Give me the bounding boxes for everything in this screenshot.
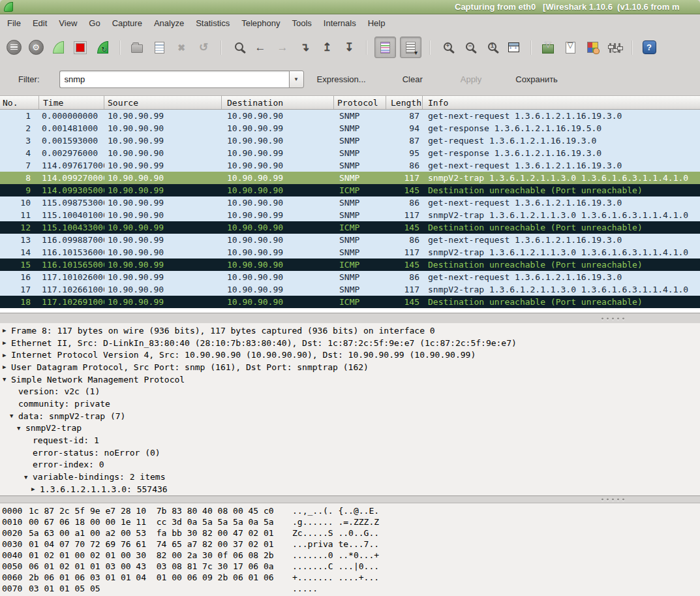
packet-row[interactable]: 10 115.098753000 10.90.90.99 10.90.90.90… [0,196,700,209]
hex-row[interactable]: 0070 03 01 01 05 05 ..... [0,583,700,594]
goto-packet-button[interactable]: ↴ [295,38,314,57]
go-forward-button[interactable]: → [273,38,292,57]
detail-tree-row[interactable]: community: private [0,398,700,410]
detail-tree-row[interactable]: request-id: 1 [0,434,700,447]
restart-capture-button[interactable]: ↻ [93,38,112,57]
tree-expander-icon[interactable]: ▼ [3,376,11,383]
menu-item-help[interactable]: Help [362,16,391,31]
tree-expander-icon[interactable]: ▶ [31,486,40,492]
packet-row[interactable]: 2 0.001481000 10.90.90.90 10.90.90.99 SN… [0,122,700,134]
packet-row[interactable]: 11 115.100401000 10.90.90.90 10.90.90.99… [0,209,700,221]
packet-row[interactable]: 15 116.101565000 10.90.90.99 10.90.90.90… [0,259,700,271]
hex-row[interactable]: 0010 00 67 06 18 00 00 1e 11 cc 3d 0a 5a… [0,516,700,527]
tree-expander-icon[interactable]: ▶ [3,352,11,358]
menu-item-file[interactable]: File [1,16,27,31]
pane-splitter-top[interactable] [0,313,700,323]
hex-row[interactable]: 0030 01 04 07 70 72 69 76 61 74 65 a7 82… [0,539,700,550]
detail-tree-row[interactable]: ▶ Frame 8: 117 bytes on wire (936 bits),… [0,324,700,337]
detail-tree-row[interactable]: ▶ Internet Protocol Version 4, Src: 10.9… [0,349,700,361]
packet-row[interactable]: 17 117.102661000 10.90.90.90 10.90.90.99… [0,283,700,296]
hex-row[interactable]: 0000 1c 87 2c 5f 9e e7 28 10 7b 83 80 40… [0,505,700,516]
tree-expander-icon[interactable]: ▼ [17,425,25,431]
hex-row[interactable]: 0020 5a 63 00 a1 00 a2 00 53 fa bb 30 82… [0,527,700,539]
zoom-out-button[interactable]: − [459,38,479,57]
menu-item-go[interactable]: Go [83,16,106,31]
zoom-100-button[interactable]: 1 [481,38,501,57]
detail-tree-row[interactable]: ▶ User Datagram Protocol, Src Port: snmp… [0,361,700,373]
menu-item-capture[interactable]: Capture [106,16,148,31]
autoscroll-toggle-button[interactable] [400,37,421,58]
coloring-rules-button[interactable] [583,38,602,57]
detail-tree-row[interactable]: ▼ snmpV2-trap [0,422,700,435]
detail-tree-row[interactable]: ▶ Ethernet II, Src: D-LinkIn_83:80:40 (2… [0,337,700,349]
packet-row[interactable]: 1 0.000000000 10.90.90.99 10.90.90.90 SN… [0,110,700,122]
column-header[interactable]: Time [39,96,104,109]
column-header[interactable]: Protocol [334,96,386,109]
capture-options-button[interactable]: ⚙ [26,38,46,57]
close-file-button[interactable]: ✖ [172,38,191,57]
find-packet-button[interactable] [228,38,248,57]
menu-item-view[interactable]: View [53,16,83,31]
column-header[interactable]: Destination [222,96,334,109]
detail-tree-row[interactable]: version: v2c (1) [0,385,700,398]
reload-button[interactable]: ↺ [194,38,213,57]
go-to-top-button[interactable]: ↥ [317,38,337,57]
packet-row[interactable]: 7 114.097617000 10.90.90.99 10.90.90.90 … [0,159,700,172]
pane-splitter-bottom[interactable] [0,495,700,503]
detail-tree-row[interactable]: error-index: 0 [0,459,700,471]
hex-row[interactable]: 0050 06 01 02 01 01 03 00 43 03 08 81 7c… [0,561,700,572]
tree-expander-icon[interactable]: ▼ [10,413,18,419]
start-capture-button[interactable] [48,38,68,57]
save-filter-button[interactable]: Сохранить [511,72,562,87]
packet-row[interactable]: 13 116.099887000 10.90.90.99 10.90.90.90… [0,234,700,246]
help-button[interactable]: ? [639,38,659,57]
resize-columns-button[interactable] [504,38,523,57]
column-header[interactable]: Length [386,96,423,109]
packet-row[interactable]: 4 0.002976000 10.90.90.90 10.90.90.99 SN… [0,147,700,159]
packet-row[interactable]: 14 116.101536000 10.90.90.90 10.90.90.99… [0,246,700,259]
zoom-in-button[interactable]: + [437,38,457,57]
column-header[interactable]: Info [423,96,700,109]
detail-tree-row[interactable]: ▶ 1.3.6.1.2.1.1.3.0: 557436 [0,483,700,495]
save-file-button[interactable] [149,38,169,57]
detail-tree-row[interactable]: ▼ data: snmpV2-trap (7) [0,410,700,422]
display-filter-input[interactable] [59,71,289,88]
filter-history-dropdown[interactable]: ▼ [289,71,304,88]
menu-item-edit[interactable]: Edit [27,16,53,31]
packet-row[interactable]: 8 114.099270000 10.90.90.90 10.90.90.99 … [0,172,700,184]
menu-item-analyze[interactable]: Analyze [148,16,190,31]
open-file-button[interactable] [127,38,147,57]
preferences-button[interactable] [605,38,624,57]
tree-expander-icon[interactable]: ▼ [24,474,33,480]
colorize-toggle-button[interactable] [374,37,396,58]
clear-filter-button[interactable]: Clear [399,72,427,87]
capture-filter-button[interactable]: ▽ [538,38,558,57]
tree-expander-icon[interactable]: ▶ [3,364,11,370]
column-header[interactable]: No. [0,96,39,109]
packet-row[interactable]: 9 114.099305000 10.90.90.99 10.90.90.90 … [0,184,700,196]
detail-tree-row[interactable]: error-status: noError (0) [0,447,700,459]
menu-item-internals[interactable]: Internals [318,16,362,31]
display-filter-button[interactable]: ▽ [560,38,580,57]
packet-row[interactable]: 16 117.101026000 10.90.90.99 10.90.90.90… [0,271,700,283]
menu-item-tools[interactable]: Tools [286,16,317,31]
menu-item-telephony[interactable]: Telephony [236,16,286,31]
tree-expander-icon[interactable]: ▶ [3,339,11,346]
expression-button[interactable]: Expression... [313,72,370,87]
tree-expander-icon[interactable]: ▶ [3,327,11,334]
interface-list-button[interactable] [4,38,23,57]
hex-row[interactable]: 0060 2b 06 01 06 03 01 01 04 01 00 06 09… [0,572,700,583]
stop-capture-button[interactable] [70,38,90,57]
go-to-bottom-button[interactable]: ↧ [339,38,359,57]
packet-row[interactable]: 18 117.102691000 10.90.90.99 10.90.90.90… [0,296,700,308]
column-header[interactable]: Source [104,96,222,109]
go-back-button[interactable]: ← [251,38,270,57]
detail-tree-row[interactable]: ▼ variable-bindings: 2 items [0,471,700,483]
packet-row[interactable]: 12 115.100433000 10.90.90.99 10.90.90.90… [0,221,700,234]
apply-filter-button[interactable]: Apply [457,72,486,87]
hex-row[interactable]: 0040 01 02 01 00 02 01 00 30 82 00 2a 30… [0,550,700,561]
packet-length-cell: 145 [386,184,423,196]
menu-item-statistics[interactable]: Statistics [190,16,236,31]
packet-row[interactable]: 3 0.001593000 10.90.90.99 10.90.90.90 SN… [0,134,700,147]
detail-tree-row[interactable]: ▼ Simple Network Management Protocol [0,373,700,386]
